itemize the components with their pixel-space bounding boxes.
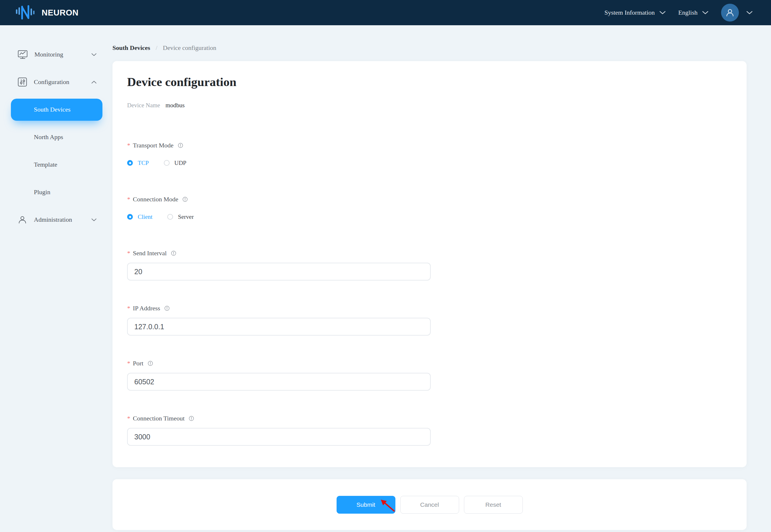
- transport-mode-group: * Transport Mode: [127, 141, 732, 167]
- info-icon[interactable]: [148, 361, 153, 366]
- sliders-icon: [18, 77, 27, 87]
- device-configuration-card: Device configuration Device Name modbus …: [112, 61, 747, 467]
- sidebar-item-template[interactable]: Template: [0, 161, 57, 168]
- radio-udp[interactable]: UDP: [164, 159, 186, 167]
- radio-selected-icon: [127, 214, 133, 220]
- info-icon[interactable]: [182, 197, 188, 202]
- required-marker: *: [127, 305, 130, 312]
- sidebar-item-plugin[interactable]: Plugin: [0, 188, 50, 196]
- sidebar-item-south-devices[interactable]: South Devices: [11, 99, 102, 121]
- send-interval-group: * Send Interval: [127, 249, 732, 280]
- required-marker: *: [127, 142, 130, 149]
- send-interval-input[interactable]: [127, 263, 431, 280]
- sidebar-item-label: South Devices: [34, 106, 71, 113]
- port-label: Port: [133, 360, 143, 367]
- required-marker: *: [127, 360, 130, 367]
- chevron-down-icon: [91, 53, 97, 56]
- user-avatar[interactable]: [721, 4, 739, 22]
- system-information-dropdown[interactable]: System Information: [604, 9, 665, 16]
- radio-unselected-icon: [164, 160, 170, 166]
- port-input[interactable]: [127, 373, 431, 391]
- radio-selected-icon: [127, 160, 133, 166]
- chevron-up-icon: [91, 81, 97, 84]
- app-header: NEURON System Information English: [0, 0, 771, 25]
- ip-address-input[interactable]: [127, 318, 431, 336]
- connection-timeout-label-row: * Connection Timeout: [127, 414, 732, 423]
- sidebar-item-north-apps[interactable]: North Apps: [0, 133, 63, 141]
- ip-address-group: * IP Address: [127, 304, 732, 336]
- sidebar-item-monitoring[interactable]: Monitoring: [0, 41, 112, 68]
- sidebar-subitem-row: Template: [0, 151, 112, 178]
- radio-label: TCP: [138, 159, 149, 167]
- info-icon[interactable]: [164, 306, 170, 311]
- ip-address-label-row: * IP Address: [127, 304, 732, 313]
- account-menu-chevron-icon[interactable]: [746, 11, 753, 14]
- language-dropdown[interactable]: English: [678, 9, 708, 16]
- radio-label: Client: [138, 213, 152, 221]
- radio-client[interactable]: Client: [127, 213, 152, 221]
- required-marker: *: [127, 415, 130, 422]
- language-label: English: [678, 9, 698, 16]
- page-title: Device configuration: [127, 74, 732, 90]
- sidebar-item-label: Configuration: [34, 78, 69, 86]
- info-icon[interactable]: [171, 251, 176, 256]
- sidebar-subitem-row: Plugin: [0, 178, 112, 206]
- connection-mode-label-row: * Connection Mode: [127, 195, 732, 204]
- transport-mode-label-row: * Transport Mode: [127, 141, 732, 150]
- device-name-row: Device Name modbus: [127, 101, 732, 110]
- user-icon: [725, 8, 735, 17]
- reset-button[interactable]: Reset: [464, 496, 523, 514]
- connection-mode-label: Connection Mode: [133, 196, 178, 203]
- device-name-label: Device Name: [127, 102, 160, 109]
- monitor-icon: [18, 50, 28, 59]
- submit-button[interactable]: Submit: [336, 496, 396, 514]
- user-icon: [18, 215, 27, 224]
- required-marker: *: [127, 196, 130, 203]
- connection-timeout-label: Connection Timeout: [133, 415, 184, 422]
- neuron-logo-icon: [16, 5, 35, 21]
- connection-mode-options: Client Server: [127, 212, 732, 221]
- radio-tcp[interactable]: TCP: [127, 159, 149, 167]
- breadcrumb-current-page: Device configuration: [163, 44, 216, 52]
- radio-label: UDP: [174, 159, 186, 167]
- chevron-down-icon: [702, 11, 708, 14]
- connection-timeout-group: * Connection Timeout: [127, 414, 732, 446]
- system-information-label: System Information: [604, 9, 655, 16]
- connection-mode-group: * Connection Mode: [127, 195, 732, 221]
- ip-address-label: IP Address: [133, 305, 160, 312]
- cancel-button[interactable]: Cancel: [400, 496, 459, 514]
- sidebar-item-label: Monitoring: [34, 51, 63, 58]
- radio-unselected-icon: [167, 214, 173, 220]
- sidebar-item-configuration[interactable]: Configuration: [0, 68, 112, 96]
- send-interval-label-row: * Send Interval: [127, 249, 732, 258]
- sidebar-nav: Monitoring Configuration: [0, 25, 112, 530]
- port-group: * Port: [127, 359, 732, 391]
- send-interval-label: Send Interval: [133, 250, 167, 257]
- transport-mode-label: Transport Mode: [133, 142, 174, 149]
- logo-wordmark: NEURON: [42, 8, 79, 17]
- sidebar-item-label: Administration: [34, 216, 72, 223]
- breadcrumb: South Devices / Device configuration: [112, 43, 747, 52]
- sidebar-subitem-row: North Apps: [0, 123, 112, 151]
- breadcrumb-separator: /: [155, 44, 157, 52]
- sidebar-subitem-row: South Devices: [0, 96, 112, 123]
- app-logo: NEURON: [16, 5, 79, 21]
- radio-label: Server: [178, 213, 194, 221]
- transport-mode-options: TCP UDP: [127, 158, 732, 167]
- info-icon[interactable]: [189, 416, 194, 421]
- connection-timeout-input[interactable]: [127, 428, 431, 446]
- port-label-row: * Port: [127, 359, 732, 368]
- form-actions-card: Submit Cancel Reset: [112, 479, 747, 530]
- sidebar-item-administration[interactable]: Administration: [0, 206, 112, 233]
- chevron-down-icon: [659, 11, 666, 14]
- breadcrumb-south-devices[interactable]: South Devices: [112, 44, 150, 52]
- required-marker: *: [127, 250, 130, 257]
- info-icon[interactable]: [178, 143, 183, 148]
- radio-server[interactable]: Server: [167, 213, 194, 221]
- device-name-value: modbus: [165, 102, 185, 109]
- chevron-down-icon: [91, 218, 97, 221]
